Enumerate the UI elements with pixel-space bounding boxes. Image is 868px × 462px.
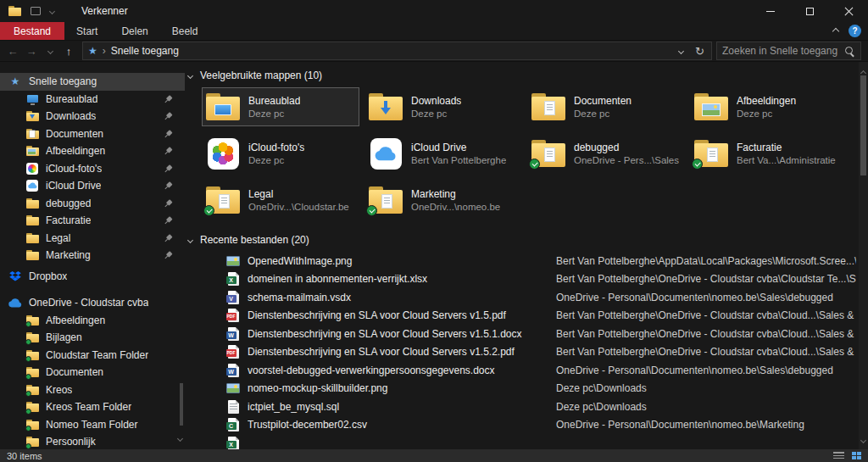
collapse-section-icon[interactable] [187,72,193,78]
pdf-file-icon [225,309,241,322]
recent-locations-button[interactable] [41,42,59,60]
details-view-button[interactable] [833,452,844,460]
file-name: schema-mailmain.vsdx [248,292,549,303]
explorer-window: Verkenner Bestand Start Delen Beeld ? ← … [0,0,868,462]
synced-folder-icon [25,383,39,396]
sidebar-item-icloud-fotos[interactable]: iCloud-foto's [0,160,185,178]
quick-access-toolbar-icon[interactable] [31,7,41,15]
sidebar-item-afbeeldingen[interactable]: Afbeeldingen [0,142,185,160]
sidebar-item-kreos-team-folder[interactable]: Kreos Team Folder [0,398,185,416]
sidebar-item-label: Kreos [46,384,72,396]
tab-beeld[interactable]: Beeld [160,22,210,40]
file-row[interactable]: nomeo-mockup-skillbuilder.png Deze pc\Do… [188,380,856,398]
folder-tile-icloud-fotos[interactable]: iCloud-foto'sDeze pc [202,134,359,173]
file-row[interactable] [188,434,856,449]
address-dropdown-icon[interactable] [678,47,684,53]
file-row[interactable]: Dienstenbeschrijving en SLA voor Cloud S… [188,343,856,362]
minimize-button[interactable] [751,0,790,22]
sidebar-scroll-down-icon[interactable] [178,431,182,443]
sidebar-item-label: OneDrive - Cloudstar cvba [29,297,148,309]
frequent-folders-header[interactable]: Veelgebruikte mappen (10) [188,69,856,82]
sidebar-item-facturatie[interactable]: Facturatie [0,212,185,230]
forward-button[interactable]: → [22,42,41,60]
sidebar-item-od-documenten[interactable]: Documenten [0,364,185,381]
back-button[interactable]: ← [3,42,22,60]
desktop-folder-icon [204,89,242,125]
folder-tile-afbeeldingen[interactable]: AfbeeldingenDeze pc [690,87,848,126]
file-path: Deze pc\Downloads [556,401,856,413]
recent-files-header[interactable]: Recente bestanden (20) [188,233,856,247]
downloads-folder-icon [25,110,39,123]
sidebar-item-dropbox[interactable]: Dropbox [0,268,185,286]
sql-file-icon [225,400,241,414]
folder-tile-icloud-drive[interactable]: iCloud DriveBert Van Pottelberghe [364,134,522,173]
maximize-button[interactable] [790,0,829,22]
sidebar-item-debugged[interactable]: debugged [0,195,185,213]
file-row[interactable]: Trustpilot-december02.csv OneDrive - Per… [188,416,856,435]
sidebar-item-marketing[interactable]: Marketing [0,247,185,264]
quick-access-toolbar-chevron-icon[interactable] [49,8,55,14]
file-row[interactable]: ictpiet_be_mysql.sql Deze pc\Downloads [188,398,856,416]
search-input[interactable] [722,45,844,57]
file-name: Trustpilot-december02.csv [248,419,549,431]
collapse-section-icon[interactable] [187,237,193,242]
sidebar-item-od-afbeeldingen[interactable]: Afbeeldingen [0,312,185,330]
search-box[interactable] [716,42,861,60]
sidebar-item-bijlagen[interactable]: Bijlagen [0,329,185,347]
sidebar-item-snelle-toegang[interactable]: ★ Snelle toegang [0,73,185,91]
quick-access-toolbar [0,6,63,16]
title-bar: Verkenner [0,0,868,22]
sidebar-item-icloud-drive[interactable]: iCloud Drive [0,177,185,195]
file-row[interactable]: Dienstenbeschrijving en SLA voor Cloud S… [188,325,856,343]
large-icons-view-button[interactable] [852,452,861,459]
pin-icon [161,196,175,210]
file-row[interactable]: voorstel-debugged-verwerkingpersoonsgege… [188,361,856,380]
sidebar-item-bureaublad[interactable]: Bureaublad [0,91,185,109]
breadcrumb-location[interactable]: Snelle toegang [111,45,179,57]
sidebar-item-nomeo-team-folder[interactable]: Nomeo Team Folder [0,416,185,434]
sidebar-item-label: Persoonlijk [46,436,96,448]
tab-bestand[interactable]: Bestand [0,22,64,40]
file-row[interactable]: schema-mailmain.vsdx OneDrive - Personal… [188,288,856,307]
collapse-ribbon-icon[interactable] [832,27,839,34]
address-bar[interactable]: ★ › Snelle toegang ↻ [82,42,712,60]
folder-tile-facturatie[interactable]: FacturatieBert Va...\Administratie [690,134,848,173]
synced-folder-icon [25,348,39,361]
content-scrollbar[interactable] [859,62,868,449]
file-path: Bert Van Pottelberghe\AppData\Local\Pack… [556,255,856,267]
close-button[interactable] [829,0,868,22]
folder-tile-documenten[interactable]: DocumentenDeze pc [527,87,685,126]
sidebar-item-downloads[interactable]: Downloads [0,108,185,125]
synced-folder-icon [25,436,39,448]
sidebar-item-kreos[interactable]: Kreos [0,381,185,399]
sidebar-scrollbar-thumb[interactable] [180,383,183,426]
downloads-folder-icon [367,89,404,125]
pin-icon [161,109,175,124]
sidebar-item-cloudstar-team-folder[interactable]: Cloudstar Team Folder [0,347,185,365]
sidebar-item-documenten[interactable]: Documenten [0,125,185,143]
folder-icon [25,249,39,262]
folder-tile-debugged[interactable]: debuggedOneDrive - Pers...\Sales [527,134,685,173]
help-button[interactable]: ? [849,25,861,37]
file-row[interactable]: OpenedWithImage.png Bert Van Pottelbergh… [188,252,856,270]
sidebar-item-legal[interactable]: Legal [0,230,185,248]
scrollbar-thumb[interactable] [860,75,866,175]
sidebar-item-persoonlijk[interactable]: Persoonlijk [0,433,185,449]
up-button[interactable]: ↑ [59,42,78,60]
sidebar-item-label: Nomeo Team Folder [46,419,138,431]
pin-icon [161,231,175,245]
tab-delen[interactable]: Delen [109,22,159,40]
folder-tile-legal[interactable]: LegalOneDriv...\Cloudstar.be [202,181,359,220]
folder-tile-downloads[interactable]: DownloadsDeze pc [364,87,522,126]
tab-start[interactable]: Start [64,22,109,40]
file-name: Dienstenbeschrijving en SLA voor Cloud S… [248,346,549,358]
folder-tile-marketing[interactable]: MarketingOneDriv...\nomeo.be [364,181,522,220]
sidebar-item-onedrive-cloudstar[interactable]: OneDrive - Cloudstar cvba [0,294,185,312]
refresh-icon[interactable]: ↻ [695,45,704,58]
documents-folder-icon [25,127,39,140]
search-icon[interactable] [844,46,855,57]
file-row[interactable]: domeinen in abonnementen-verrijkt.xlsx B… [188,270,856,289]
folder-tile-bureaublad[interactable]: BureaubladDeze pc [202,87,359,126]
scroll-down-icon[interactable] [861,433,865,445]
file-row[interactable]: Dienstenbeschrijving en SLA voor Cloud S… [188,307,856,326]
